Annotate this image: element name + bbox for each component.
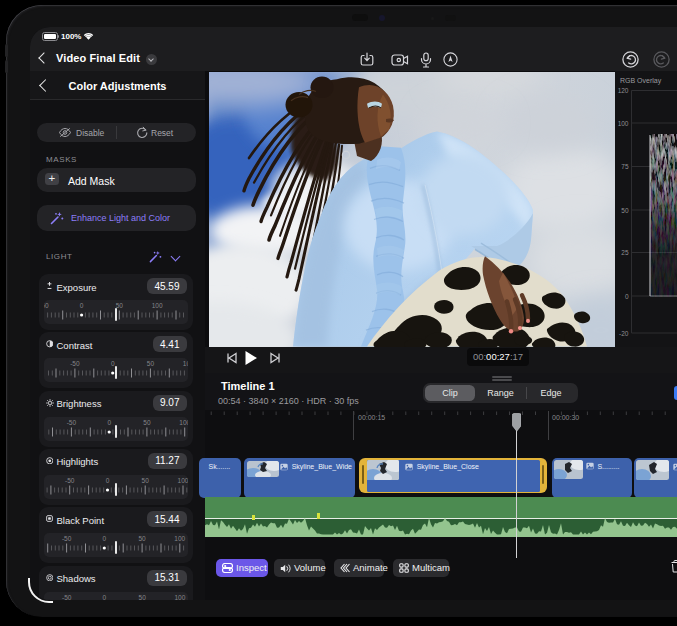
svg-text:50: 50 [141, 476, 149, 483]
svg-text:50: 50 [143, 418, 151, 425]
svg-text:-50: -50 [61, 535, 71, 542]
svg-text:100: 100 [174, 535, 185, 542]
svg-text:100: 100 [179, 418, 188, 425]
svg-text:50: 50 [138, 593, 146, 600]
svg-text:0: 0 [79, 302, 83, 309]
svg-text:0: 0 [625, 293, 629, 300]
svg-text:25: 25 [621, 249, 629, 256]
svg-text:100: 100 [151, 302, 162, 309]
svg-text:0: 0 [110, 360, 114, 367]
svg-text:50: 50 [138, 535, 146, 542]
svg-text:0: 0 [105, 476, 109, 483]
svg-text:100: 100 [174, 593, 185, 600]
svg-text:100: 100 [177, 476, 187, 483]
svg-text:50: 50 [621, 207, 629, 214]
svg-text:-50: -50 [44, 302, 49, 309]
svg-text:0: 0 [102, 593, 106, 600]
svg-text:-50: -50 [61, 593, 71, 600]
svg-text:0: 0 [107, 418, 111, 425]
svg-text:-20: -20 [619, 330, 629, 337]
svg-text:100: 100 [182, 360, 187, 367]
svg-text:120: 120 [618, 87, 629, 94]
svg-text:75: 75 [621, 163, 629, 170]
svg-text:50: 50 [115, 302, 123, 309]
svg-text:50: 50 [146, 360, 154, 367]
svg-text:-50: -50 [64, 476, 74, 483]
svg-text:-50: -50 [70, 360, 80, 367]
svg-text:100: 100 [618, 120, 629, 127]
svg-text:-50: -50 [66, 418, 76, 425]
svg-text:0: 0 [102, 535, 106, 542]
